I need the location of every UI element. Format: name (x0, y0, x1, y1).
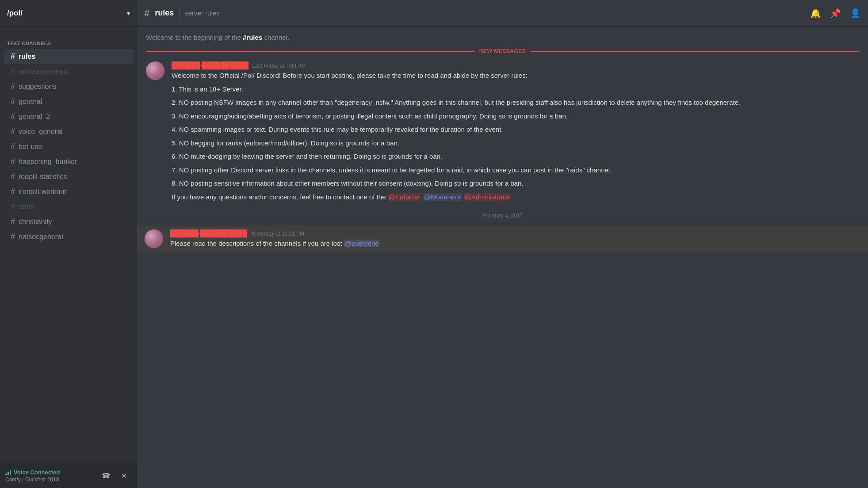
message-text-2: Please read the descriptions of the chan… (170, 239, 859, 249)
hash-icon: # (11, 202, 15, 211)
avatar-img-2 (145, 229, 163, 248)
avatar-2 (145, 229, 163, 248)
voice-status-text: Voice Connected (14, 469, 60, 476)
channel-item-voice_general[interactable]: #voice_general (4, 124, 134, 139)
channel-item-raids[interactable]: #raids (4, 199, 134, 214)
hash-icon: # (11, 172, 15, 181)
voice-settings-button[interactable]: ☎ (98, 468, 114, 484)
channel-item-redpill-statistics[interactable]: #redpill-statistics (4, 169, 134, 184)
message2-text: Please read the descriptions of the chan… (170, 240, 344, 247)
message-group-1: ██████ ██████████ Last Friday at 7:09 PM… (137, 58, 868, 206)
phone-icon: ☎ (102, 472, 111, 480)
hash-icon: # (11, 112, 15, 121)
channel-name-rules: rules (19, 53, 35, 61)
avatar-img-1 (146, 61, 164, 80)
text-channels-label: TEXT CHANNELS (0, 34, 137, 49)
message-group-2: ██████ ██████████ Yesterday at 11:51 PM … (137, 226, 868, 252)
rule-2: 2. NO posting NSFW images in any channel… (172, 98, 859, 108)
channel-header: # rules server rules 🔔 📌 👤 (137, 0, 868, 27)
mention-admin: @Administrator (464, 193, 512, 201)
notifications-icon[interactable]: 🔔 (810, 8, 821, 19)
channel-name-bot-use: bot-use (19, 143, 42, 151)
channel-name-general: general (19, 98, 42, 106)
voice-disconnect-button[interactable]: ✕ (116, 468, 132, 484)
channel-name-natsocgeneral: natsocgeneral (19, 233, 63, 241)
channel-item-general_2[interactable]: #general_2 (4, 109, 134, 124)
rule-4: 4. NO spamming images or text. During ev… (172, 125, 859, 135)
channel-header-hash: # (144, 8, 149, 19)
voice-connected-bar: Voice Connected Comfy / Cuckfest 2018 ☎ … (0, 463, 137, 488)
channel-name-voice_general: voice_general (19, 128, 63, 136)
new-messages-line-right (530, 51, 859, 52)
hash-icon: # (11, 97, 15, 106)
rule-1: 1. This is an 18+ Server. (172, 84, 859, 95)
chevron-down-icon: ▾ (127, 10, 130, 17)
message-timestamp-1: Last Friday at 7:09 PM (252, 63, 306, 69)
header-divider (179, 8, 180, 19)
channel-item-announcements[interactable]: #announcements (4, 64, 134, 79)
sidebar: /pol/ ▾ TEXT CHANNELS #rules#announcemen… (0, 0, 137, 488)
beginning-suffix: channel. (262, 34, 289, 41)
channel-item-ironpill-workout[interactable]: #ironpill-workout (4, 184, 134, 199)
main-content: # rules server rules 🔔 📌 👤 Welcome to th… (137, 0, 868, 488)
message-author-2: ██████ ██████████ (170, 229, 247, 237)
new-messages-line-left (146, 51, 475, 52)
message-header-2: ██████ ██████████ Yesterday at 11:51 PM (170, 229, 859, 237)
channel-item-happening_bunker[interactable]: #happening_bunker (4, 154, 134, 169)
hash-icon: # (11, 142, 15, 151)
rule-6: 6. NO mute-dodging by leaving the server… (172, 152, 859, 162)
signal-bar-1 (5, 473, 7, 475)
pin-icon[interactable]: 📌 (830, 8, 841, 19)
mention-everyone: @everyone (344, 240, 380, 247)
voice-actions: ☎ ✕ (98, 468, 132, 484)
message-text-1: Welcome to the Official /Pol/ Discord! B… (172, 71, 859, 202)
channel-name-general_2: general_2 (19, 113, 50, 121)
hash-icon: # (11, 52, 15, 61)
members-icon[interactable]: 👤 (850, 8, 861, 19)
rule-intro: Welcome to the Official /Pol/ Discord! B… (172, 71, 859, 81)
message-timestamp-2: Yesterday at 11:51 PM (251, 231, 304, 237)
channel-item-christianity[interactable]: #christianity (4, 214, 134, 229)
channels-list: TEXT CHANNELS #rules#announcements#sugge… (0, 27, 137, 463)
server-name: /pol/ (7, 9, 127, 18)
message-content-2: ██████ ██████████ Yesterday at 11:51 PM … (170, 229, 859, 249)
channel-name-suggestions: suggestions (19, 83, 56, 91)
voice-info: Voice Connected Comfy / Cuckfest 2018 (5, 469, 98, 483)
voice-status: Voice Connected (5, 469, 98, 476)
server-header[interactable]: /pol/ ▾ (0, 0, 137, 27)
hash-icon: # (11, 157, 15, 166)
hash-icon: # (11, 217, 15, 226)
hash-icon: # (11, 82, 15, 91)
channel-name-ironpill-workout: ironpill-workout (19, 188, 66, 196)
channel-item-general[interactable]: #general (4, 94, 134, 109)
signal-bar-3 (10, 470, 11, 475)
hash-icon: # (11, 187, 15, 196)
channel-name-happening_bunker: happening_bunker (19, 158, 77, 166)
signal-bar-2 (8, 472, 9, 475)
new-messages-divider: NEW MESSAGES (146, 48, 859, 54)
new-messages-label: NEW MESSAGES (475, 48, 530, 54)
hash-icon: # (11, 67, 15, 76)
mention-moderator: @Moderator (423, 193, 462, 201)
rule-8: 8. NO posting sensitive information abou… (172, 179, 859, 189)
message-author-1: ██████ ██████████ (172, 61, 249, 69)
rule-7: 7. NO posting other Discord server links… (172, 165, 859, 175)
voice-channel-name: Comfy / Cuckfest 2018 (5, 477, 98, 483)
channel-item-bot-use[interactable]: #bot-use (4, 139, 134, 154)
channel-name-christianity: christianity (19, 218, 52, 226)
message-content-1: ██████ ██████████ Last Friday at 7:09 PM… (172, 61, 859, 202)
disconnect-icon: ✕ (121, 472, 127, 480)
channel-item-natsocgeneral[interactable]: #natsocgeneral (4, 229, 134, 244)
channel-header-name: rules (155, 8, 174, 18)
messages-area: Welcome to the beginning of the #rules c… (137, 27, 868, 488)
channel-name-announcements: announcements (19, 68, 69, 76)
channel-item-rules[interactable]: #rules (4, 49, 134, 64)
date-divider: February 4, 2017 (146, 213, 859, 219)
message-header-1: ██████ ██████████ Last Friday at 7:09 PM (172, 61, 859, 69)
avatar-1 (146, 61, 164, 80)
beginning-text: Welcome to the beginning of the (146, 34, 243, 41)
beginning-channel: #rules (243, 34, 262, 41)
channel-item-suggestions[interactable]: #suggestions (4, 79, 134, 94)
channel-beginning: Welcome to the beginning of the #rules c… (137, 27, 868, 45)
rule-5: 5. NO begging for ranks (enforcer/mod/of… (172, 138, 859, 149)
